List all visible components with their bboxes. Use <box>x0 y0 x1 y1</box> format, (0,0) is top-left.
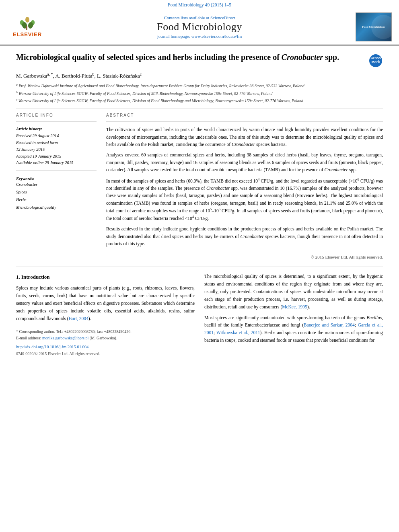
article-info-label: Article Info <box>16 113 97 117</box>
keywords-label: Keywords: <box>16 177 97 181</box>
affiliations-block: a Prof. Wacław Dąbrowski Institute of Ag… <box>16 82 383 104</box>
keyword-cronobacter: Cronobacter <box>16 181 97 189</box>
section-1-number: 1. Introduction <box>16 274 50 280</box>
affil-b-text: Warsaw University of Life Sciences-SGGW,… <box>19 91 272 96</box>
email-link[interactable]: monika.garbowska@ibprs.pl <box>42 336 88 340</box>
info-divider <box>16 121 97 122</box>
svg-rect-5 <box>26 26 27 30</box>
abstract-divider <box>106 121 383 122</box>
corresponding-author-note: * Corresponding author. Tel.: +480220260… <box>16 329 195 335</box>
affil-c: c Warsaw University of Life Sciences-SGG… <box>16 97 383 104</box>
journal-reference-bar: Food Microbiology 49 (2015) 1–5 <box>0 0 399 9</box>
svg-point-0 <box>25 17 29 23</box>
affil-a: a Prof. Wacław Dąbrowski Institute of Ag… <box>16 82 383 89</box>
title-start: Microbiological quality of selected spic… <box>16 53 282 62</box>
keyword-microbiological-quality: Microbiological quality <box>16 204 97 212</box>
available-online-date: Available online 29 January 2015 <box>16 160 97 166</box>
journal-ref-text: Food Microbiology 49 (2015) 1–5 <box>168 2 231 7</box>
main-body-section: 1. Introduction Spices may include vario… <box>16 267 383 357</box>
abstract-para-2: Analyses covered 60 samples of commercia… <box>106 151 383 173</box>
doi-link[interactable]: http://dx.doi.org/10.1016/j.fm.2015.01.0… <box>16 345 88 349</box>
elsevier-tree-icon <box>16 16 39 31</box>
copyright-line: © 2015 Elsevier Ltd. All rights reserved… <box>106 252 383 259</box>
article-container: Microbiological quality of selected spic… <box>0 45 399 365</box>
elsevier-wordmark: ELSEVIER <box>13 31 42 37</box>
abstract-para-4: Results achieved in the study indicate g… <box>106 225 383 247</box>
sciencedirect-anchor[interactable]: ScienceDirect <box>210 15 235 20</box>
email-label: E-mail address: <box>16 336 41 340</box>
keywords-section: Keywords: Cronobacter Spices Herbs Micro… <box>16 177 97 212</box>
elsevier-logo: ELSEVIER <box>7 16 47 37</box>
title-italic: Cronobacter <box>282 53 323 62</box>
journal-name: Food Microbiology <box>60 21 339 33</box>
affil-a-text: Prof. Wacław Dąbrowski Institute of Agri… <box>19 84 304 88</box>
abstract-label: Abstract <box>106 113 383 117</box>
footnote-area: * Corresponding author. Tel.: +480220260… <box>16 326 195 357</box>
journal-cover-area: Food Microbiology <box>339 12 392 41</box>
info-divider-2 <box>16 170 97 171</box>
crossmark-badge: Cross Mark <box>368 53 383 68</box>
article-history-block: Article history: Received 29 August 2014… <box>16 126 97 166</box>
contents-label: Contents lists available at <box>164 15 209 20</box>
keyword-list: Cronobacter Spices Herbs Microbiological… <box>16 181 97 212</box>
burt-2004-ref[interactable]: Burt, 2004 <box>69 316 88 321</box>
crossmark-icon: Cross Mark <box>368 53 383 68</box>
author-c-name: , L. Stasiak-Różańska <box>94 73 140 79</box>
affil-b: b Warsaw University of Life Sciences-SGG… <box>16 90 383 97</box>
accepted-date: Accepted 19 January 2015 <box>16 153 97 160</box>
elsevier-logo-area: ELSEVIER <box>7 16 60 37</box>
cover-title-text: Food Microbiology <box>362 25 385 29</box>
intro-para-left: Spices may include various anatomical pa… <box>16 284 195 322</box>
science-direct-link[interactable]: Contents lists available at ScienceDirec… <box>60 15 339 20</box>
email-line: E-mail address: monika.garbowska@ibprs.p… <box>16 335 195 341</box>
email-suffix: (M. Garbowska). <box>90 336 117 340</box>
body-col-left: 1. Introduction Spices may include vario… <box>16 273 195 357</box>
affil-c-text: Warsaw University of Life Sciences-SGGW,… <box>19 99 303 103</box>
author-a-name: M. Garbowska <box>16 73 47 79</box>
journal-header: ELSEVIER Contents lists available at Sci… <box>0 9 399 45</box>
body-col-right: The microbiological quality of spices is… <box>204 273 383 357</box>
article-info-column: Article Info Article history: Received 2… <box>16 113 97 259</box>
abstract-column: Abstract The cultivation of spices and h… <box>106 113 383 259</box>
revised-date: 12 January 2015 <box>16 146 97 153</box>
intro-para-right-2: Most spices are significantly contaminat… <box>204 314 383 345</box>
section-1-heading: 1. Introduction <box>16 273 195 281</box>
intro-para-right-1: The microbiological quality of spices is… <box>204 273 383 311</box>
abstract-body: The cultivation of spices and herbs in p… <box>106 126 383 247</box>
title-end: spp. <box>323 53 339 62</box>
homepage-link-line[interactable]: journal homepage: www.elsevier.com/locat… <box>60 34 339 39</box>
body-columns: 1. Introduction Spices may include vario… <box>16 273 383 357</box>
mckee-1995-ref[interactable]: McKee, 1995 <box>282 304 307 309</box>
author-c-sup: c <box>140 72 142 76</box>
keyword-spices: Spices <box>16 189 97 196</box>
witkowska-ref[interactable]: Witkowska et al., 2011 <box>216 330 260 335</box>
svg-text:Cross: Cross <box>370 56 381 60</box>
homepage-label: journal homepage: <box>157 34 190 39</box>
abstract-para-3: In most of the samples of spices and her… <box>106 177 383 222</box>
keyword-herbs: Herbs <box>16 196 97 204</box>
received-date: Received 29 August 2014 <box>16 133 97 140</box>
abstract-para-1: The cultivation of spices and herbs in p… <box>106 126 383 148</box>
received-revised-label: Received in revised form <box>16 140 97 146</box>
article-info-abstract-columns: Article Info Article history: Received 2… <box>16 113 383 259</box>
section-divider-1 <box>16 109 383 109</box>
article-title: Microbiological quality of selected spic… <box>16 52 362 62</box>
article-title-section: Microbiological quality of selected spic… <box>16 52 383 68</box>
banerjee-ref[interactable]: Banerjee and Sarkar, 2004 <box>304 322 355 327</box>
svg-text:Mark: Mark <box>371 60 380 64</box>
journal-title-area: Contents lists available at ScienceDirec… <box>60 15 339 39</box>
author-b-name: , A. Berthold-Pluta <box>53 73 92 79</box>
author-a-sup: a, * <box>47 72 53 76</box>
issn-line: 0740-0020/© 2015 Elsevier Ltd. All right… <box>16 351 195 357</box>
authors-line: M. Garbowskaa, *, A. Berthold-Plutab, L.… <box>16 72 383 79</box>
history-title: Article history: <box>16 126 97 133</box>
journal-cover-thumbnail: Food Microbiology <box>356 12 392 41</box>
homepage-url[interactable]: www.elsevier.com/locate/fm <box>191 34 242 39</box>
